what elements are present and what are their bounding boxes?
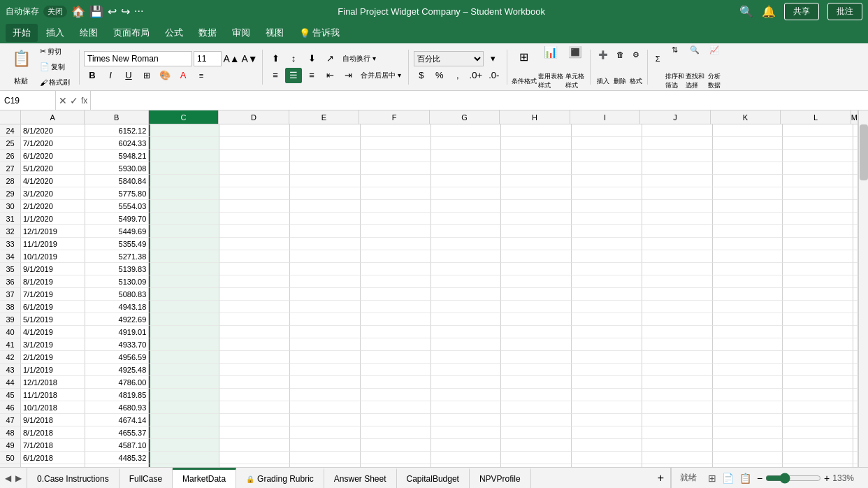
row-number[interactable]: 45	[0, 389, 21, 401]
cell-e[interactable]	[290, 301, 361, 313]
row-number[interactable]: 39	[0, 313, 21, 326]
cell-l[interactable]	[783, 162, 853, 175]
cell-g[interactable]	[431, 414, 502, 426]
cell-k[interactable]	[713, 301, 783, 313]
row-number[interactable]: 48	[0, 426, 21, 439]
tab-fullcase[interactable]: FullCase	[120, 468, 173, 488]
cell-f[interactable]	[361, 364, 431, 376]
cell-l[interactable]	[783, 275, 853, 288]
cell-c[interactable]	[149, 351, 219, 364]
border-button[interactable]: ⊞	[138, 68, 155, 83]
cell-b[interactable]: 5554.03	[85, 200, 150, 213]
cell-m[interactable]	[853, 351, 858, 364]
cell-h[interactable]	[501, 150, 572, 162]
cell-i[interactable]	[572, 326, 642, 338]
row-number[interactable]: 30	[0, 200, 21, 213]
cell-d[interactable]	[219, 313, 290, 326]
cell-e[interactable]	[290, 452, 361, 464]
strikethrough-button[interactable]: ≡	[193, 68, 210, 83]
cell-l[interactable]	[783, 452, 853, 464]
cell-h[interactable]	[501, 187, 572, 200]
cell-k[interactable]	[713, 187, 783, 200]
cell-g[interactable]	[431, 250, 502, 263]
cell-e[interactable]	[290, 225, 361, 238]
increase-decimal-button[interactable]: .0+	[468, 68, 484, 83]
comment-button[interactable]: 批注	[827, 3, 862, 20]
cell-m[interactable]	[853, 200, 858, 213]
cell-c[interactable]	[149, 175, 219, 187]
cell-j[interactable]	[642, 137, 713, 150]
cell-i[interactable]	[572, 401, 642, 414]
row-number[interactable]: 47	[0, 414, 21, 426]
cell-k[interactable]	[713, 414, 783, 426]
cell-g[interactable]	[431, 263, 502, 275]
cell-i[interactable]	[572, 439, 642, 452]
cell-i[interactable]	[572, 414, 642, 426]
cell-f[interactable]	[361, 288, 431, 301]
cell-a[interactable]: 6/1/2018	[21, 452, 85, 464]
cell-l[interactable]	[783, 351, 853, 364]
cell-k[interactable]	[713, 401, 783, 414]
cell-f[interactable]	[361, 200, 431, 213]
cell-e[interactable]	[290, 439, 361, 452]
cell-l[interactable]	[783, 200, 853, 213]
percent-button[interactable]: %	[431, 68, 448, 83]
cell-h[interactable]	[501, 326, 572, 338]
cell-h[interactable]	[501, 275, 572, 288]
cell-b[interactable]: 4933.70	[85, 338, 150, 351]
cell-i[interactable]	[572, 389, 642, 401]
cell-g[interactable]	[431, 452, 502, 464]
cell-c[interactable]	[149, 187, 219, 200]
row-number[interactable]: 34	[0, 250, 21, 263]
cell-d[interactable]	[219, 426, 290, 439]
cell-c[interactable]	[149, 376, 219, 389]
cell-j[interactable]	[642, 263, 713, 275]
cell-k[interactable]	[713, 313, 783, 326]
cell-j[interactable]	[642, 376, 713, 389]
save-icon[interactable]: 💾	[89, 5, 103, 18]
cell-a[interactable]: 1/1/2020	[21, 213, 85, 225]
cell-l[interactable]	[783, 225, 853, 238]
find-select-button[interactable]: 🔍	[686, 43, 703, 71]
copy-button[interactable]: 📄 复制	[36, 60, 73, 74]
cell-m[interactable]	[853, 162, 858, 175]
align-middle-button[interactable]: ↕	[285, 51, 302, 66]
cell-e[interactable]	[290, 187, 361, 200]
cell-m[interactable]	[853, 275, 858, 288]
cell-b[interactable]: 4922.69	[85, 313, 150, 326]
col-header-f[interactable]: F	[359, 110, 430, 124]
tab-case-instructions[interactable]: 0.Case Instructions	[27, 468, 120, 488]
cell-a[interactable]: 9/1/2019	[21, 263, 85, 275]
cell-l[interactable]	[783, 338, 853, 351]
cell-m[interactable]	[853, 439, 858, 452]
cell-e[interactable]	[290, 401, 361, 414]
cell-c[interactable]	[149, 326, 219, 338]
cell-d[interactable]	[219, 175, 290, 187]
cell-d[interactable]	[219, 326, 290, 338]
cell-f[interactable]	[361, 338, 431, 351]
cell-k[interactable]	[713, 137, 783, 150]
cell-c[interactable]	[149, 426, 219, 439]
cell-m[interactable]	[853, 313, 858, 326]
cell-c[interactable]	[149, 225, 219, 238]
cell-h[interactable]	[501, 414, 572, 426]
cell-b[interactable]: 4674.14	[85, 414, 150, 426]
align-bottom-button[interactable]: ⬇	[303, 51, 320, 66]
cell-d[interactable]	[219, 301, 290, 313]
cell-h[interactable]	[501, 225, 572, 238]
cell-j[interactable]	[642, 439, 713, 452]
cell-a[interactable]: 7/1/2019	[21, 288, 85, 301]
wrap-text-button[interactable]: 自动换行 ▾	[340, 51, 379, 66]
cell-d[interactable]	[219, 275, 290, 288]
cell-g[interactable]	[431, 389, 502, 401]
cell-m[interactable]	[853, 426, 858, 439]
col-header-d[interactable]: D	[219, 110, 289, 124]
menu-draw[interactable]: 绘图	[73, 24, 105, 42]
cell-d[interactable]	[219, 376, 290, 389]
insert-function-icon[interactable]: fx	[81, 96, 87, 106]
cell-b[interactable]: 5499.70	[85, 213, 150, 225]
cell-l[interactable]	[783, 389, 853, 401]
cell-j[interactable]	[642, 351, 713, 364]
cell-f[interactable]	[361, 401, 431, 414]
table-format-button[interactable]: 📊	[540, 43, 561, 71]
